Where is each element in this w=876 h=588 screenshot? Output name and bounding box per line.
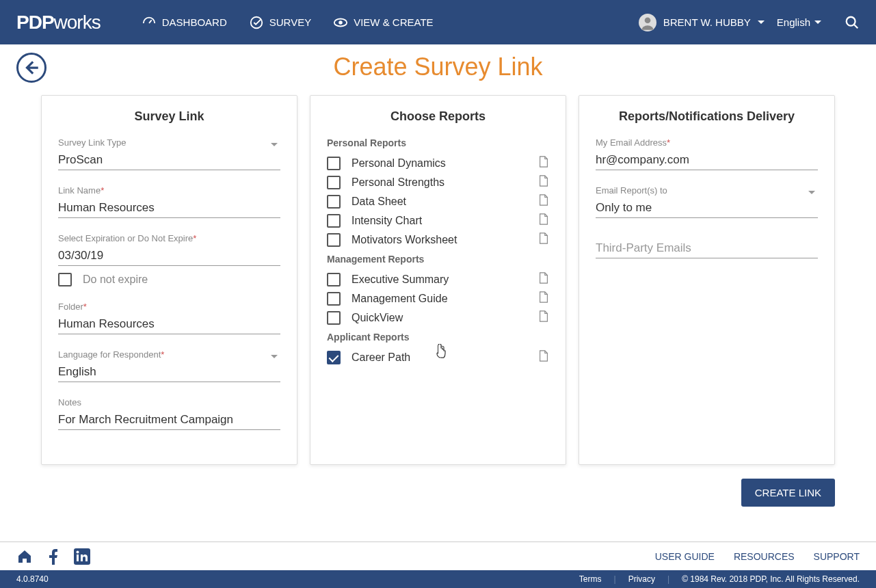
footer-bar: 4.0.8740 Terms | Privacy | © 1984 Rev. 2… [0, 570, 876, 588]
arrow-left-icon [23, 59, 40, 77]
chevron-down-icon [271, 143, 278, 146]
field-survey-link-type[interactable]: Survey Link Type [58, 137, 280, 170]
card-title-delivery: Reports/Notifications Delivery [596, 109, 818, 124]
field-label: My Email Address* [596, 137, 818, 148]
report-checkbox[interactable] [327, 157, 341, 170]
folder-input[interactable] [58, 315, 280, 334]
report-row: Career Path [327, 348, 549, 367]
report-checkbox[interactable] [327, 233, 341, 247]
user-area: BRENT W. HUBBY English [639, 14, 860, 31]
nav-dashboard-label: DASHBOARD [162, 16, 227, 28]
language-select[interactable]: English [777, 16, 821, 28]
document-icon[interactable] [538, 232, 549, 248]
report-checkbox[interactable] [327, 292, 341, 306]
field-my-email: My Email Address* [596, 137, 818, 170]
report-row: Intensity Chart [327, 211, 549, 230]
chevron-down-icon [271, 355, 278, 358]
home-icon[interactable] [16, 548, 33, 565]
main-nav: DASHBOARD SURVEY VIEW & CREATE [142, 15, 639, 30]
expiration-input[interactable] [58, 246, 280, 266]
logo-bold: PDP [16, 12, 54, 33]
privacy-link[interactable]: Privacy [628, 574, 655, 584]
nav-survey-label: SURVEY [269, 16, 311, 28]
field-expiration: Select Expiration or Do Not Expire* Do n… [58, 233, 280, 286]
report-checkbox[interactable] [327, 273, 341, 286]
svg-rect-7 [77, 554, 79, 561]
third-party-emails-input[interactable] [596, 239, 818, 258]
report-row: Executive Summary [327, 270, 549, 289]
chevron-down-icon [814, 21, 821, 24]
report-checkbox[interactable] [327, 195, 341, 209]
document-icon[interactable] [538, 213, 549, 228]
report-name: Personal Dynamics [351, 157, 538, 170]
report-name: Intensity Chart [351, 215, 538, 227]
field-label: Folder* [58, 302, 280, 312]
document-icon[interactable] [538, 291, 549, 306]
card-choose-reports: Choose Reports Personal ReportsPersonal … [310, 95, 566, 465]
svg-point-4 [644, 17, 650, 23]
report-row: QuickView [327, 308, 549, 328]
terms-link[interactable]: Terms [579, 574, 602, 584]
do-not-expire-row: Do not expire [58, 273, 280, 286]
svg-point-8 [77, 550, 79, 553]
document-icon[interactable] [538, 175, 549, 190]
svg-point-0 [250, 16, 262, 28]
document-icon[interactable] [538, 272, 549, 287]
document-icon[interactable] [538, 350, 549, 365]
notes-input[interactable] [58, 410, 280, 430]
report-name: Data Sheet [351, 196, 538, 208]
card-title-choose-reports: Choose Reports [327, 109, 549, 124]
report-name: Management Guide [351, 293, 538, 305]
do-not-expire-checkbox[interactable] [58, 273, 72, 286]
nav-dashboard[interactable]: DASHBOARD [142, 15, 227, 30]
svg-point-5 [847, 16, 855, 25]
document-icon[interactable] [538, 156, 549, 171]
report-group-title: Personal Reports [327, 137, 549, 148]
my-email-input[interactable] [596, 150, 818, 170]
report-name: Career Path [351, 351, 538, 364]
link-name-input[interactable] [58, 198, 280, 218]
user-menu[interactable]: BRENT W. HUBBY [639, 14, 765, 31]
nav-view-create[interactable]: VIEW & CREATE [333, 15, 433, 30]
report-name: Motivators Worksheet [351, 234, 538, 246]
search-icon[interactable] [845, 15, 860, 30]
report-checkbox[interactable] [327, 176, 341, 189]
create-link-button[interactable]: CREATE LINK [741, 479, 835, 507]
report-row: Motivators Worksheet [327, 230, 549, 250]
report-checkbox[interactable] [327, 311, 341, 325]
report-name: QuickView [351, 312, 538, 324]
field-third-party [596, 239, 818, 258]
document-icon[interactable] [538, 310, 549, 325]
card-title-survey-link: Survey Link [58, 109, 280, 124]
eye-icon [333, 15, 348, 30]
field-folder: Folder* [58, 302, 280, 334]
resources-link[interactable]: RESOURCES [734, 551, 795, 562]
field-label: Survey Link Type [58, 137, 280, 148]
document-icon[interactable] [538, 194, 549, 209]
field-label: Email Report(s) to [596, 185, 818, 196]
app-header: PDPworks DASHBOARD SURVEY VIEW & CREATE … [0, 0, 876, 44]
legal-links: Terms | Privacy | © 1984 Rev. 2018 PDP, … [579, 574, 860, 584]
footer-links-bar: USER GUIDE RESOURCES SUPPORT [0, 542, 876, 570]
report-group-title: Management Reports [327, 254, 549, 265]
email-reports-to-input[interactable] [596, 198, 818, 218]
report-checkbox[interactable] [327, 351, 341, 364]
field-label: Select Expiration or Do Not Expire* [58, 233, 280, 243]
facebook-icon[interactable] [49, 548, 57, 565]
linkedin-icon[interactable] [74, 548, 90, 565]
survey-link-type-input[interactable] [58, 150, 280, 170]
user-guide-link[interactable]: USER GUIDE [655, 551, 715, 562]
svg-point-2 [339, 21, 343, 25]
nav-survey[interactable]: SURVEY [249, 15, 311, 30]
field-language-respondent[interactable]: Language for Respondent* [58, 349, 280, 382]
report-checkbox[interactable] [327, 214, 341, 228]
field-label: Notes [58, 397, 280, 407]
avatar-icon [639, 14, 656, 31]
report-row: Personal Strengths [327, 173, 549, 192]
field-label: Link Name* [58, 185, 280, 196]
app-footer: USER GUIDE RESOURCES SUPPORT 4.0.8740 Te… [0, 542, 876, 588]
language-respondent-input[interactable] [58, 362, 280, 382]
field-email-reports-to[interactable]: Email Report(s) to [596, 185, 818, 218]
report-row: Management Guide [327, 289, 549, 308]
support-link[interactable]: SUPPORT [814, 551, 860, 562]
